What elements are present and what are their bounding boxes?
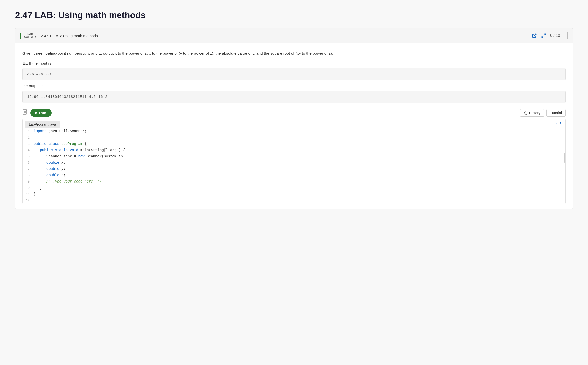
svg-line-0 [534,34,536,36]
lab-card: LAB ACTIVITY 2.47.1: LAB: Using math met… [15,28,573,209]
run-label: Run [39,111,46,115]
badge-line2: ACTIVITY [24,36,37,39]
external-link-icon [532,33,537,38]
table-row: 2 [23,134,565,141]
editor-toolbar: Run History Tutorial [22,106,566,119]
badge-line1: LAB [27,33,33,36]
tutorial-button[interactable]: Tutorial [546,109,566,117]
table-row: 11 } [23,191,565,197]
fullscreen-icon [541,33,546,38]
svg-line-2 [542,36,543,38]
example-label: Ex: If the input is: [22,61,566,66]
table-row: 10 } [23,185,565,191]
output-example: 12.96 1.8413046102182I1E11 4.5 16.2 [22,91,566,103]
toolbar-left: Run [22,109,52,117]
table-row: 6 double x; [23,160,565,166]
activity-title: 2.47.1: LAB: Using math methods [41,34,98,38]
doc-icon [22,109,27,115]
fullscreen-button[interactable] [541,33,546,38]
table-row: 3 public class LabProgram { [23,141,565,147]
flag-icon [562,32,568,39]
code-editor-section: LabProgram.java 1 import java.util.Scann… [22,119,566,204]
table-row: 1 import java.util.Scanner; [23,128,565,134]
score-badge: 0 / 10 [550,32,568,39]
input-example: 3.6 4.5 2.0 [22,68,566,80]
lab-header: LAB ACTIVITY 2.47.1: LAB: Using math met… [15,28,573,43]
svg-line-1 [544,34,546,35]
table-row: 5 Scanner scnr = new Scanner(System.in); [23,153,565,160]
score-value: 0 / 10 [550,33,560,38]
page-title: 2.47 LAB: Using math methods [15,10,573,20]
lab-badge: LAB ACTIVITY [20,33,37,39]
cloud-icon-svg [556,122,562,126]
file-document-icon [22,109,27,116]
tutorial-label: Tutorial [550,111,562,115]
play-icon [35,112,38,114]
external-link-button[interactable] [532,33,537,38]
cloud-save-icon[interactable] [556,122,562,127]
history-button[interactable]: History [520,109,544,117]
table-row: 9 /* Type your code here. */ [23,178,565,185]
lab-header-right: 0 / 10 [532,32,568,39]
history-label: History [529,111,541,115]
code-editor[interactable]: 1 import java.util.Scanner; 2 3 public c… [23,128,565,204]
table-row: 4 public static void main(String[] args)… [23,147,565,153]
history-icon [524,111,528,115]
scrollbar[interactable] [564,153,565,163]
lab-body: Given three floating-point numbers x, y,… [15,43,573,209]
run-button[interactable]: Run [30,109,52,117]
lab-description: Given three floating-point numbers x, y,… [22,50,566,57]
table-row: 12 [23,197,565,204]
file-tab[interactable]: LabProgram.java [25,121,60,128]
filename: LabProgram.java [29,122,56,126]
output-label: the output is: [22,84,566,88]
table-row: 7 double y; [23,166,565,172]
toolbar-right: History Tutorial [520,109,566,117]
lab-header-left: LAB ACTIVITY 2.47.1: LAB: Using math met… [20,33,98,39]
table-row: 8 double z; [23,172,565,178]
